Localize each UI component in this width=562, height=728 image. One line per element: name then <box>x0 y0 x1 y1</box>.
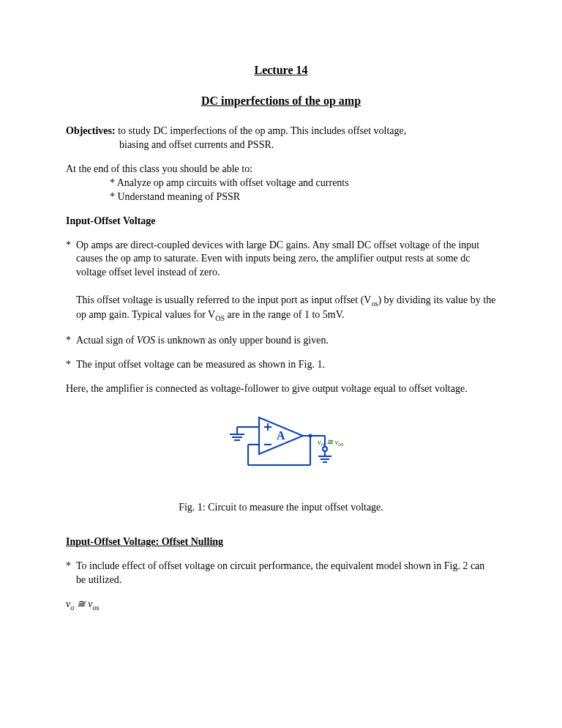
section1-heading: Input-Offset Voltage <box>66 215 496 229</box>
bullet-s2-1-text: To include effect of offset voltage on c… <box>76 560 496 587</box>
eq-rhs-sub: os <box>92 603 99 612</box>
document-page: Lecture 14 DC imperfections of the op am… <box>0 0 562 728</box>
eq-approx: ≅ <box>74 598 88 609</box>
bullet-1: * Op amps are direct-coupled devices wit… <box>66 239 496 324</box>
bullet-star: * <box>66 560 76 587</box>
equation-1: vo ≅ vos <box>66 598 496 612</box>
output-label: vo ≅ vos <box>318 437 343 447</box>
outcomes-intro: At the end of this class you should be a… <box>66 163 252 174</box>
bullet-s2-1: * To include effect of offset voltage on… <box>66 560 496 587</box>
bullet-2: * Actual sign of VOS is unknown as only … <box>66 334 496 348</box>
section2-heading: Input-Offset Voltage: Offset Nulling <box>66 535 496 549</box>
bullet-1b-pre: This offset voltage is usually referred … <box>76 294 371 305</box>
bullet-1b-sub2: OS <box>215 314 225 322</box>
bullet-3: * The input offset voltage can be measur… <box>66 358 496 372</box>
objectives-label: Objectives: <box>66 125 116 136</box>
figure-1: A vo ≅ vos <box>66 406 496 491</box>
node-out <box>309 434 312 437</box>
outcomes-item2: * Understand meaning of PSSR <box>110 191 240 202</box>
section1-para: Here, the amplifier is connected as volt… <box>66 382 496 396</box>
bullet-1-line: Op amps are direct-coupled devices with … <box>76 239 479 278</box>
objectives-line2: biasing and offset currents and PSSR. <box>119 139 274 150</box>
lecture-subtitle: DC imperfections of the op amp <box>66 93 496 109</box>
bullet-1-text: Op amps are direct-coupled devices with … <box>76 239 496 324</box>
lecture-title: Lecture 14 <box>66 62 496 78</box>
objectives-line1: to study DC imperfections of the op amp.… <box>116 125 407 136</box>
bullet-2-italic: VOS <box>137 335 155 346</box>
outcomes-block: At the end of this class you should be a… <box>66 163 496 204</box>
bullet-2-text: Actual sign of VOS is unknown as only up… <box>76 334 496 348</box>
bullet-star: * <box>66 239 76 324</box>
bullet-1b-post: are in the range of 1 to 5mV. <box>225 309 344 320</box>
bullet-2-post: is unknown as only upper bound is given. <box>155 335 329 346</box>
amp-label: A <box>277 429 285 442</box>
figure-1-caption: Fig. 1: Circuit to measure the input off… <box>66 501 496 515</box>
objectives-block: Objectives: to study DC imperfections of… <box>66 125 496 152</box>
circuit-diagram: A vo ≅ vos <box>208 406 354 487</box>
bullet-star: * <box>66 358 76 372</box>
outcomes-item1: * Analyze op amp circuits with offset vo… <box>110 177 349 188</box>
bullet-star: * <box>66 334 76 348</box>
bullet-3-text: The input offset voltage can be measured… <box>76 358 496 372</box>
bullet-2-pre: Actual sign of <box>76 335 137 346</box>
